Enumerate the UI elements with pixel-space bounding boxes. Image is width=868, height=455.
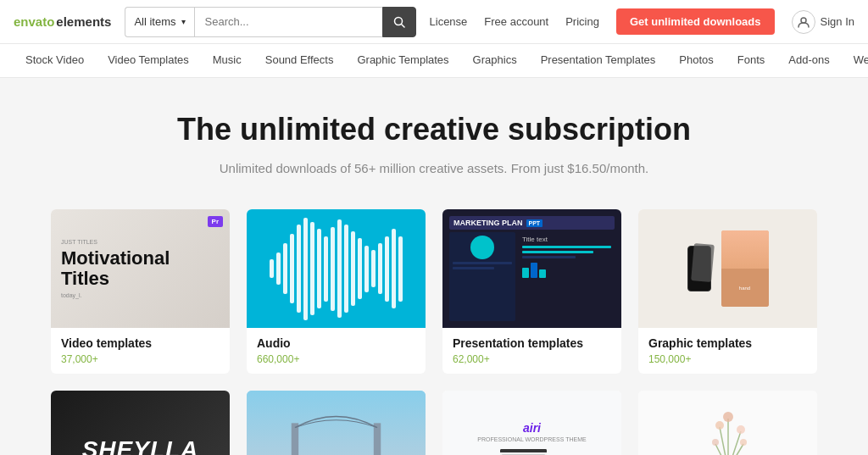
cat-nav-item-graphics[interactable]: Graphics [461, 44, 529, 78]
cta-button[interactable]: Get unlimited downloads [616, 8, 775, 35]
cat-nav-item-music[interactable]: Music [201, 44, 253, 78]
card-count-graphic-templates: 150,000+ [648, 353, 807, 365]
cat-nav-item-presentation-templates[interactable]: Presentation Templates [529, 44, 668, 78]
cat-nav-item-graphic-templates[interactable]: Graphic Templates [345, 44, 460, 78]
hero-subtitle: Unlimited downloads of 56+ million creat… [17, 161, 851, 175]
card-count-video-templates: 37,000+ [61, 353, 220, 365]
card-photos[interactable]: Photos2,300,000+ [247, 391, 426, 455]
free-account-link[interactable]: Free account [484, 15, 548, 28]
cat-nav-item-video-templates[interactable]: Video Templates [96, 44, 201, 78]
search-filter-dropdown[interactable]: All items [125, 7, 193, 37]
svg-rect-3 [247, 391, 426, 455]
svg-point-14 [715, 421, 724, 430]
svg-point-2 [801, 18, 806, 23]
card-fonts[interactable]: SHEYLLAFonts14,000+ [51, 391, 230, 455]
top-nav: envatoelements All items License Free ac… [0, 0, 868, 44]
card-graphic-templates[interactable]: hand Graphic templates150,000+ [638, 209, 817, 374]
sign-in-button[interactable]: Sign In [792, 10, 854, 34]
pricing-link[interactable]: Pricing [565, 15, 599, 28]
cards-section: JUST TITLES MotivationalTitles today_l. … [0, 192, 868, 455]
card-add-ons[interactable]: Add-ons3,600+ [638, 391, 817, 455]
svg-rect-6 [374, 423, 381, 455]
svg-line-1 [401, 24, 404, 27]
cards-row-2: SHEYLLAFonts14,000+ [51, 391, 817, 455]
logo-envato: envato [14, 14, 54, 29]
svg-point-15 [723, 412, 733, 422]
license-link[interactable]: License [430, 15, 468, 28]
user-icon [792, 10, 815, 34]
logo[interactable]: envatoelements [14, 14, 111, 29]
cards-row-1: JUST TITLES MotivationalTitles today_l. … [51, 209, 817, 374]
cat-nav-item-sound-effects[interactable]: Sound Effects [253, 44, 346, 78]
category-nav: Stock VideoVideo TemplatesMusicSound Eff… [0, 44, 868, 78]
cat-nav-item-stock-video[interactable]: Stock Video [14, 44, 96, 78]
card-video-templates[interactable]: JUST TITLES MotivationalTitles today_l. … [51, 209, 230, 374]
card-web-templates[interactable]: airi PROFESSIONAL WORDPRESS THEME [442, 391, 621, 455]
hero-section: The unlimited creative subscription Unli… [0, 78, 868, 192]
card-presentation-templates[interactable]: MARKETING PLAN PPT Title text [442, 209, 621, 374]
card-title-presentation-templates: Presentation templates [453, 336, 611, 350]
search-input[interactable] [194, 7, 382, 37]
svg-line-12 [715, 444, 728, 456]
card-count-presentation-templates: 62,000+ [453, 353, 611, 365]
hero-title: The unlimited creative subscription [17, 112, 851, 147]
search-bar: All items [125, 7, 415, 37]
card-title-video-templates: Video templates [61, 336, 220, 350]
sign-in-label: Sign In [821, 15, 854, 28]
cat-nav-item-add-ons[interactable]: Add-ons [776, 44, 841, 78]
svg-rect-5 [292, 423, 298, 455]
svg-point-17 [712, 439, 719, 446]
nav-links: License Free account Pricing Get unlimit… [430, 8, 854, 35]
search-filter-label: All items [134, 15, 175, 28]
svg-point-18 [740, 439, 747, 446]
search-button[interactable] [382, 7, 416, 37]
card-title-audio: Audio [257, 336, 415, 350]
cat-nav-item-web-templates[interactable]: Web Templates [842, 44, 868, 78]
logo-elements: elements [56, 14, 111, 29]
cat-nav-item-fonts[interactable]: Fonts [726, 44, 777, 78]
card-count-audio: 660,000+ [257, 353, 415, 365]
svg-point-16 [737, 425, 745, 434]
search-icon [393, 16, 405, 28]
card-title-graphic-templates: Graphic templates [648, 336, 807, 350]
cat-nav-item-photos[interactable]: Photos [667, 44, 725, 78]
card-audio[interactable]: Audio660,000+ [247, 209, 426, 374]
svg-line-9 [720, 427, 728, 456]
